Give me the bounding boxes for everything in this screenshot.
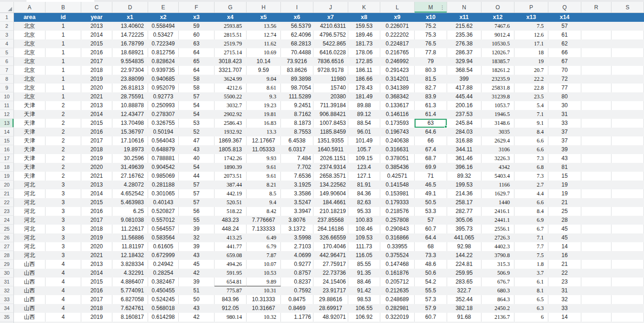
cell-o22[interactable]: 1440 [481,198,514,207]
cell-a6[interactable]: 北京 [14,57,46,66]
cell-r17[interactable] [581,154,611,163]
cell-n4[interactable]: 276.38 [447,39,481,48]
cell-f22[interactable]: 57 [179,198,215,207]
cell-n27[interactable]: 92.98 [447,242,481,251]
cell-q7[interactable]: 70 [548,66,581,75]
cell-p20[interactable]: 2.7 [514,181,548,189]
cell-d29[interactable]: 3.828334 [112,260,148,269]
cell-s12[interactable] [611,110,644,119]
cell-j33[interactable]: 29.88616 [313,295,348,304]
cell-j6[interactable]: 7836.6516 [313,57,348,66]
cell-j18[interactable]: 2374.9314 [313,163,348,172]
cell-b24[interactable]: 3 [46,216,81,225]
cell-k24[interactable]: 100.83 [348,216,380,225]
cell-c25[interactable]: 2018 [81,225,112,233]
cell-i9[interactable]: 98.7054 [281,84,313,92]
cell-k7[interactable]: 186.11 [348,66,380,75]
cell-l30[interactable]: 0.161876 [380,269,415,278]
cell-b31[interactable]: 4 [46,278,81,286]
cell-d27[interactable]: 11.81197 [112,242,148,251]
row-header-25[interactable]: 25 [0,225,14,233]
cell-a30[interactable]: 山西 [14,269,46,278]
cell-n31[interactable]: 283.65 [447,278,481,286]
row-header-28[interactable]: 28 [0,251,14,260]
cell-j12[interactable]: 906.88421 [313,110,348,119]
cell-k16[interactable]: 105.7 [348,145,380,154]
cell-r21[interactable] [581,189,611,198]
cell-q26[interactable]: 45 [548,233,581,242]
cell-q15[interactable]: 37 [548,136,581,145]
cell-h3[interactable]: 12.74 [247,31,281,39]
cell-r10[interactable] [581,92,611,101]
cell-i29[interactable]: 0.9277 [281,260,313,269]
cell-b6[interactable]: 1 [46,57,81,66]
cell-r5[interactable] [581,48,611,57]
cell-m23[interactable]: 53.3 [415,207,447,216]
cell-q5[interactable]: 66 [548,48,581,57]
cell-n21[interactable]: 214.36 [447,189,481,198]
cell-p28[interactable]: 7.5 [514,251,548,260]
row-header-18[interactable]: 18 [0,163,14,172]
row-header-20[interactable]: 20 [0,181,14,189]
cell-s17[interactable] [611,154,644,163]
cell-m5[interactable]: 77.8 [415,48,447,57]
cell-r12[interactable] [581,110,611,119]
cell-g21[interactable]: 442.19 [215,189,247,198]
cell-q32[interactable]: 31 [548,286,581,295]
cell-m18[interactable]: 69.9 [415,163,447,172]
cell-s13[interactable] [611,119,644,128]
cell-l2[interactable]: 0.226071 [380,22,415,31]
cell-j8[interactable]: 11980 [313,75,348,84]
cell-c13[interactable]: 2015 [81,119,112,128]
cell-e12[interactable]: 0.278307 [148,110,179,119]
cell-m16[interactable]: 67.4 [415,145,447,154]
cell-l35[interactable]: 0.322019 [380,313,415,322]
cell-n10[interactable]: 445.44 [447,92,481,101]
cell-j20[interactable]: 134.22562 [313,181,348,189]
row-header-27[interactable]: 27 [0,242,14,251]
cell-i24[interactable]: 3.8076 [281,216,313,225]
cell-k22[interactable]: 82.63 [348,198,380,207]
cell-e7[interactable]: 0.939735 [148,66,179,75]
cell-g26[interactable]: 413.25 [215,233,247,242]
cell-r27[interactable] [581,242,611,251]
cell-i21[interactable]: 3.3586 [281,189,313,198]
cell-q18[interactable]: 81 [548,163,581,172]
cell-o29[interactable]: 315.3 [481,260,514,269]
cell-k10[interactable]: 181.49 [348,92,380,101]
cell-l3[interactable]: 0.222202 [380,31,415,39]
cell-j9[interactable]: 15740 [313,84,348,92]
cell-o32[interactable]: 680.3 [481,286,514,295]
cell-l25[interactable]: 0.290843 [380,225,415,233]
cell-r9[interactable] [581,84,611,92]
cell-n32[interactable]: 322.7 [447,286,481,295]
cell-q22[interactable]: 21 [548,198,581,207]
cell-i22[interactable]: 3.5247 [281,198,313,207]
cell-l5[interactable]: 0.216765 [380,48,415,57]
cell-i35[interactable]: 1.1776 [281,313,313,322]
cell-d12[interactable]: 12.43477 [112,110,148,119]
cell-j34[interactable]: 28.69917 [313,304,348,313]
cell-b2[interactable]: 1 [46,22,81,31]
cell-f12[interactable]: 54 [179,110,215,119]
cell-n18[interactable]: 396.16 [447,163,481,172]
cell-q17[interactable]: 43 [548,154,581,163]
cell-g25[interactable]: 448.24 [215,225,247,233]
cell-c10[interactable]: 2021 [81,92,112,101]
cell-h12[interactable]: 19.81 [247,110,281,119]
cell-p9[interactable]: 22.8 [514,84,548,92]
cell-n17[interactable]: 361.46 [447,154,481,163]
cell-f18[interactable]: 54 [179,163,215,172]
cell-o23[interactable]: 2416.1 [481,207,514,216]
cell-s3[interactable] [611,31,644,39]
cell-b35[interactable]: 4 [46,313,81,322]
cell-a10[interactable]: 北京 [14,92,46,101]
column-header-r[interactable]: R [581,2,611,13]
cell-o12[interactable]: 1946.5 [481,110,514,119]
cell-e25[interactable]: 0.564557 [148,225,179,233]
cell-k25[interactable]: 108.46 [348,225,380,233]
cell-i10[interactable]: 111.5289 [281,92,313,101]
cell-g24[interactable]: 483.23 [215,216,247,225]
row-header-9[interactable]: 9 [0,84,14,92]
cell-h19[interactable]: 9.61 [247,172,281,181]
